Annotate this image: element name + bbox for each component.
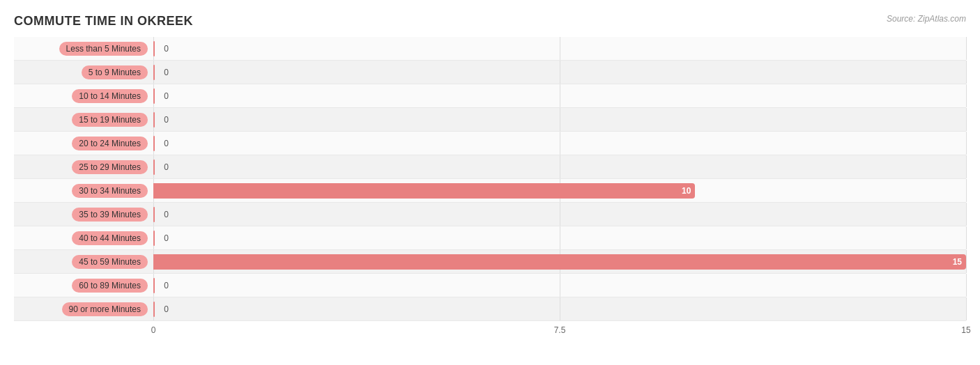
- bar-track: 0: [153, 297, 966, 320]
- bar-row: 15 to 19 Minutes0: [14, 108, 966, 132]
- chart-area: Less than 5 Minutes05 to 9 Minutes010 to…: [14, 37, 966, 318]
- source-text: Source: ZipAtlas.com: [887, 14, 966, 24]
- label-pill: Less than 5 Minutes: [59, 42, 148, 56]
- grid-line: [966, 61, 967, 84]
- bar-value-label: 0: [164, 233, 169, 243]
- grid-line: [560, 61, 560, 84]
- grid-line: [560, 203, 560, 226]
- label-pill: 30 to 34 Minutes: [72, 184, 148, 198]
- bars-section: Less than 5 Minutes05 to 9 Minutes010 to…: [14, 37, 966, 321]
- bar-fill-zero: 0: [153, 160, 155, 175]
- bar-label-container: 45 to 59 Minutes: [14, 255, 153, 269]
- label-pill: 15 to 19 Minutes: [72, 113, 148, 127]
- bar-track: 0: [153, 203, 966, 226]
- grid-line: [560, 132, 560, 155]
- bar-track: 0: [153, 37, 966, 60]
- bar-value-label: 0: [164, 162, 169, 172]
- grid-line: [966, 179, 967, 202]
- bar-label-container: 90 or more Minutes: [14, 302, 153, 316]
- grid-line: [560, 108, 560, 131]
- bar-fill-zero: 0: [153, 302, 155, 317]
- bar-row: Less than 5 Minutes0: [14, 37, 966, 61]
- bar-track: 0: [153, 155, 966, 178]
- bar-value-label: 0: [164, 139, 169, 148]
- bar-row: 25 to 29 Minutes0: [14, 155, 966, 179]
- bar-row: 35 to 39 Minutes0: [14, 203, 966, 226]
- bar-track: 0: [153, 108, 966, 131]
- grid-line: [966, 84, 967, 107]
- bar-fill: 15: [153, 254, 966, 270]
- grid-line: [966, 155, 967, 178]
- bar-value-label: 0: [164, 210, 169, 219]
- label-pill: 35 to 39 Minutes: [72, 208, 148, 222]
- bar-value-label: 0: [164, 44, 169, 54]
- bar-value-label: 15: [953, 257, 962, 267]
- x-axis-tick: 7.5: [554, 325, 566, 335]
- bar-label-container: Less than 5 Minutes: [14, 42, 153, 56]
- grid-line: [560, 155, 560, 178]
- chart-title: COMMUTE TIME IN OKREEK: [14, 14, 966, 29]
- chart-container: COMMUTE TIME IN OKREEK Source: ZipAtlas.…: [0, 0, 980, 365]
- bar-row: 5 to 9 Minutes0: [14, 61, 966, 84]
- bar-track: 10: [153, 179, 966, 202]
- bar-fill-zero: 0: [153, 136, 155, 151]
- bar-fill-zero: 0: [153, 231, 155, 246]
- bar-label-container: 60 to 89 Minutes: [14, 279, 153, 293]
- grid-line: [560, 84, 560, 107]
- bar-label-container: 30 to 34 Minutes: [14, 184, 153, 198]
- label-pill: 20 to 24 Minutes: [72, 137, 148, 150]
- bar-fill-zero: 0: [153, 112, 155, 127]
- grid-line: [966, 250, 967, 273]
- bar-label-container: 10 to 14 Minutes: [14, 89, 153, 103]
- bar-value-label: 0: [164, 91, 169, 101]
- bar-value-label: 0: [164, 115, 169, 125]
- bar-row: 90 or more Minutes0: [14, 297, 966, 321]
- bar-value-label: 0: [164, 68, 169, 77]
- label-pill: 60 to 89 Minutes: [72, 279, 148, 293]
- bar-row: 60 to 89 Minutes0: [14, 274, 966, 297]
- label-pill: 90 or more Minutes: [62, 302, 148, 316]
- bar-fill-zero: 0: [153, 65, 155, 80]
- bar-row: 10 to 14 Minutes0: [14, 84, 966, 108]
- bar-row: 30 to 34 Minutes10: [14, 179, 966, 203]
- bar-track: 0: [153, 226, 966, 249]
- x-axis-tick: 15: [961, 325, 970, 335]
- bar-value-label: 0: [164, 281, 169, 290]
- bar-track: 15: [153, 250, 966, 273]
- x-axis-tick: 0: [151, 325, 156, 335]
- bar-label-container: 20 to 24 Minutes: [14, 137, 153, 150]
- label-pill: 25 to 29 Minutes: [72, 160, 148, 174]
- grid-line: [966, 226, 967, 249]
- grid-line: [966, 132, 967, 155]
- bar-row: 40 to 44 Minutes0: [14, 226, 966, 250]
- bar-fill: 10: [153, 183, 695, 199]
- grid-line: [560, 297, 560, 320]
- bar-track: 0: [153, 84, 966, 107]
- bar-fill-zero: 0: [153, 278, 155, 293]
- bar-track: 0: [153, 132, 966, 155]
- grid-line: [560, 37, 560, 60]
- bar-fill-zero: 0: [153, 207, 155, 222]
- grid-line: [966, 108, 967, 131]
- bar-label-container: 5 to 9 Minutes: [14, 65, 153, 79]
- bar-fill-zero: 0: [153, 88, 155, 104]
- bar-value-label: 10: [682, 186, 691, 196]
- bar-label-container: 35 to 39 Minutes: [14, 208, 153, 222]
- bar-value-label: 0: [164, 304, 169, 314]
- label-pill: 40 to 44 Minutes: [72, 231, 148, 245]
- grid-line: [966, 203, 967, 226]
- bar-row: 20 to 24 Minutes0: [14, 132, 966, 155]
- grid-line: [966, 274, 967, 297]
- grid-line: [966, 297, 967, 320]
- grid-line: [966, 37, 967, 60]
- label-pill: 45 to 59 Minutes: [72, 255, 148, 269]
- bar-label-container: 25 to 29 Minutes: [14, 160, 153, 174]
- grid-line: [560, 226, 560, 249]
- bar-label-container: 40 to 44 Minutes: [14, 231, 153, 245]
- bar-fill-zero: 0: [153, 41, 155, 56]
- bar-label-container: 15 to 19 Minutes: [14, 113, 153, 127]
- grid-line: [560, 274, 560, 297]
- label-pill: 5 to 9 Minutes: [82, 65, 148, 79]
- bar-row: 45 to 59 Minutes15: [14, 250, 966, 274]
- label-pill: 10 to 14 Minutes: [72, 89, 148, 103]
